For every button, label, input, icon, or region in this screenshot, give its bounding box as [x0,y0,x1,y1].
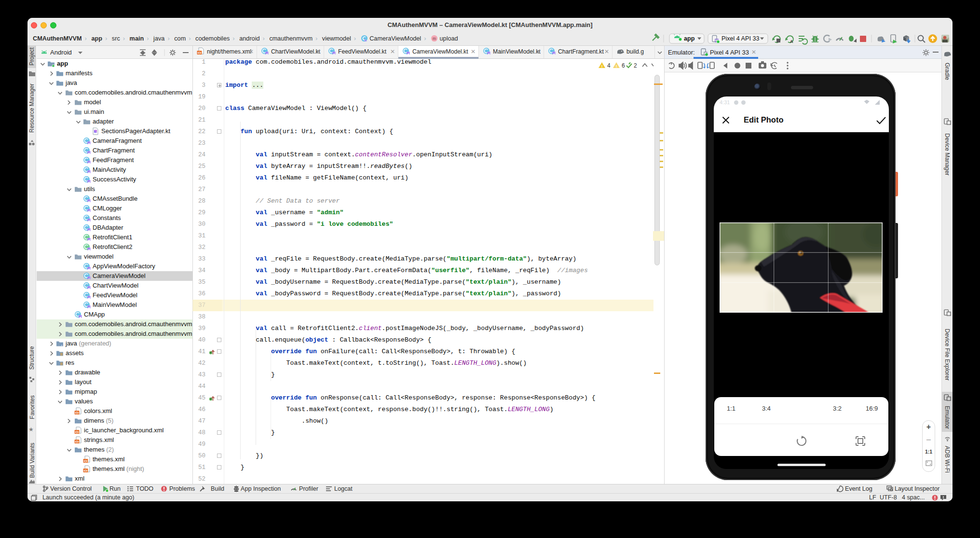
svg-text:<>: <> [84,459,88,463]
svg-text:<>: <> [198,51,202,55]
svg-text:m: m [433,36,436,41]
svg-text:<>: <> [75,440,79,443]
svg-text:g: g [61,344,63,346]
svg-text:2: 2 [634,62,637,69]
svg-text:4: 4 [607,62,611,69]
svg-text:<>: <> [75,411,79,414]
svg-text:!: ! [601,64,603,69]
svg-text:A: A [790,39,793,44]
svg-text:<>: <> [75,430,79,434]
svg-text:<>: <> [84,469,88,472]
svg-text:6: 6 [622,62,625,69]
svg-text:app: app [684,35,695,42]
svg-text:Pixel 4 API 33: Pixel 4 API 33 [721,35,759,42]
svg-text:!: ! [616,64,617,69]
